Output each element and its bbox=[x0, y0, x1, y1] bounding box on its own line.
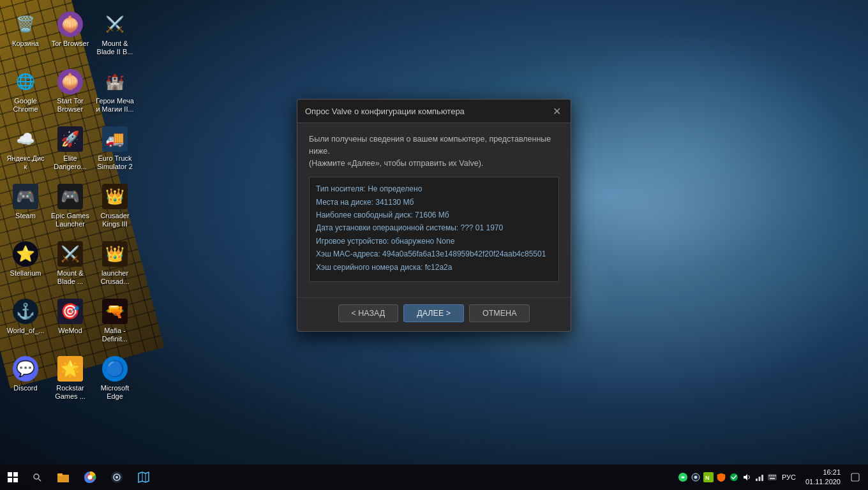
chrome-icon: 🌐 bbox=[13, 69, 38, 94]
mount-label: Mount & Blade II B... bbox=[95, 40, 135, 56]
info-line: Места на диске: 341130 Мб bbox=[316, 196, 552, 209]
rockstar-label: Rockstar Games ... bbox=[50, 384, 90, 401]
security-tray-icon[interactable] bbox=[715, 471, 727, 483]
desktop-icon-starttor[interactable]: 🧅Start Tor Browser bbox=[48, 64, 93, 121]
start-button[interactable] bbox=[0, 464, 26, 490]
svg-rect-28 bbox=[770, 475, 772, 477]
next-button[interactable]: ДАЛЕЕ > bbox=[403, 304, 464, 322]
steam-label: Steam bbox=[15, 212, 36, 220]
notification-center-button[interactable] bbox=[848, 470, 863, 485]
tor-label: Tor Browser bbox=[52, 40, 89, 48]
discord-label: Discord bbox=[13, 384, 37, 392]
world-icon: ⚓ bbox=[13, 299, 38, 324]
desktop-icon-wemod[interactable]: 🎯WeMod bbox=[48, 293, 93, 351]
elite-icon: 🚀 bbox=[57, 126, 83, 152]
info-line: Тип носителя: Не определено bbox=[316, 182, 552, 195]
desktop-icon-epic[interactable]: 🎮Epic Games Launcher bbox=[48, 179, 93, 236]
desktop-icon-mount[interactable]: ⚔️Mount & Blade II B... bbox=[93, 6, 137, 64]
desktop-icon-yadisk[interactable]: ☁️Яндекс.Диск bbox=[3, 121, 48, 179]
epic-icon: 🎮 bbox=[57, 184, 83, 209]
svg-rect-29 bbox=[772, 475, 774, 477]
desktop-icon-steam[interactable]: 🎮Steam bbox=[3, 179, 48, 236]
svg-rect-2 bbox=[8, 478, 12, 482]
desktop-icon-discord[interactable]: 💬Discord bbox=[3, 351, 48, 408]
epic-label: Epic Games Launcher bbox=[50, 212, 90, 228]
svg-point-13 bbox=[116, 476, 118, 479]
mafia-icon: 🔫 bbox=[102, 299, 128, 324]
info-line: Наиболее свободный диск: 71606 Мб bbox=[316, 209, 552, 221]
mafia-label: Mafia - Definit... bbox=[95, 327, 135, 343]
svg-marker-14 bbox=[138, 472, 149, 482]
edge-label: Microsoft Edge bbox=[95, 384, 135, 401]
system-tray: N bbox=[677, 471, 798, 483]
search-button[interactable] bbox=[26, 464, 48, 490]
desktop-icon-euro[interactable]: 🚚Euro Truck Simulator 2 bbox=[93, 121, 137, 179]
desktop-icon-trash[interactable]: 🗑️Корзина bbox=[3, 6, 48, 64]
steam-icon: 🎮 bbox=[13, 184, 38, 209]
steam-tray-icon[interactable] bbox=[690, 471, 701, 483]
taskbar-pinned-icons bbox=[48, 464, 159, 490]
cancel-button[interactable]: ОТМЕНА bbox=[469, 304, 530, 322]
taskbar-file-explorer[interactable] bbox=[50, 464, 76, 490]
desktop-icon-mafia[interactable]: 🔫Mafia - Definit... bbox=[93, 293, 137, 351]
language-indicator[interactable]: РУС bbox=[779, 473, 798, 481]
nvidia-tray-icon[interactable]: N bbox=[703, 471, 714, 483]
desktop-icon-tor[interactable]: 🧅Tor Browser bbox=[48, 6, 93, 64]
svg-point-10 bbox=[88, 475, 93, 480]
starttor-icon: 🧅 bbox=[57, 69, 83, 94]
chrome-label: Google Chrome bbox=[6, 97, 45, 114]
desktop-icon-crusader[interactable]: 👑Crusader Kings III bbox=[93, 179, 137, 236]
taskbar-steam[interactable] bbox=[104, 464, 130, 490]
stellarium-icon: ⭐ bbox=[13, 241, 38, 267]
clock-date: 01.11.2020 bbox=[805, 477, 841, 487]
mab-label: Mount & Blade ... bbox=[50, 269, 90, 286]
taskbar: N bbox=[0, 464, 868, 490]
svg-rect-23 bbox=[756, 479, 758, 481]
close-button[interactable]: ✕ bbox=[550, 105, 563, 117]
taskbar-chrome[interactable] bbox=[77, 464, 103, 490]
desktop-icon-launcher2[interactable]: 👑launcher Crusad... bbox=[93, 236, 137, 293]
svg-rect-0 bbox=[8, 472, 12, 477]
elite-label: Elite Dangero... bbox=[50, 154, 90, 171]
desktop-icon-chrome[interactable]: 🌐Google Chrome bbox=[3, 64, 48, 121]
svg-rect-24 bbox=[758, 477, 760, 481]
taskbar-maps[interactable] bbox=[131, 464, 156, 490]
rockstar-icon: 🌟 bbox=[57, 356, 83, 382]
svg-rect-3 bbox=[13, 478, 18, 482]
volume-tray-icon[interactable] bbox=[741, 471, 752, 483]
whatsapp-tray-icon[interactable] bbox=[677, 471, 689, 483]
wemod-label: WeMod bbox=[58, 327, 82, 335]
desktop-icon-heroes[interactable]: 🏰Герои Меча и Магии II... bbox=[93, 64, 137, 121]
desktop-icon-mab[interactable]: ⚔️Mount & Blade ... bbox=[48, 236, 93, 293]
back-button[interactable]: < НАЗАД bbox=[338, 304, 399, 322]
svg-rect-32 bbox=[851, 473, 859, 481]
svg-line-5 bbox=[38, 479, 41, 482]
launcher2-icon: 👑 bbox=[102, 241, 128, 267]
crusader-icon: 👑 bbox=[102, 184, 128, 209]
info-line: Дата установки операционной системы: ???… bbox=[316, 221, 552, 234]
launcher2-label: launcher Crusad... bbox=[95, 269, 135, 286]
crusader-label: Crusader Kings III bbox=[95, 212, 135, 228]
valve-survey-dialog: Опрос Valve о конфигурации компьютера ✕ … bbox=[297, 99, 571, 332]
stellarium-label: Stellarium bbox=[10, 269, 41, 278]
trash-icon: 🗑️ bbox=[13, 11, 38, 37]
desktop-icon-edge[interactable]: 🔵Microsoft Edge bbox=[93, 351, 137, 408]
desktop-icon-stellarium[interactable]: ⭐Stellarium bbox=[3, 236, 48, 293]
desktop-icon-elite[interactable]: 🚀Elite Dangero... bbox=[48, 121, 93, 179]
update-tray-icon[interactable] bbox=[728, 471, 740, 483]
desktop-icon-area: 🗑️Корзина🧅Tor Browser⚔️Mount & Blade II … bbox=[0, 0, 147, 464]
euro-label: Euro Truck Simulator 2 bbox=[95, 154, 135, 171]
clock[interactable]: 16:21 01.11.2020 bbox=[800, 468, 846, 487]
keyboard-tray-icon[interactable] bbox=[767, 471, 778, 483]
dialog-description: Были получены сведения о вашем компьютер… bbox=[309, 133, 559, 169]
svg-rect-27 bbox=[768, 475, 770, 477]
network-tray-icon[interactable] bbox=[754, 471, 765, 483]
desktop-icon-rockstar[interactable]: 🌟Rockstar Games ... bbox=[48, 351, 93, 408]
dialog-footer: < НАЗАД ДАЛЕЕ > ОТМЕНА bbox=[297, 297, 571, 331]
tor-icon: 🧅 bbox=[57, 11, 83, 37]
desktop-icon-world[interactable]: ⚓World_of_... bbox=[3, 293, 48, 351]
info-line: Хэш серийного номера диска: fc12a2a bbox=[316, 261, 552, 274]
dialog-info-box[interactable]: Тип носителя: Не определеноМеста на диск… bbox=[309, 177, 559, 282]
svg-rect-31 bbox=[770, 478, 775, 479]
yadisk-icon: ☁️ bbox=[13, 126, 38, 152]
